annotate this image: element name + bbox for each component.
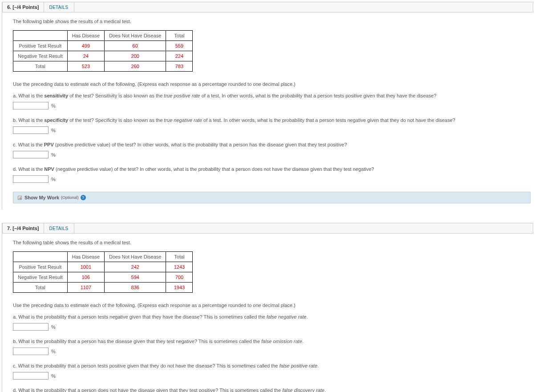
question-6: 6. [–/4 Points] DETAILS The following ta… (2, 2, 533, 210)
answer-a: % (13, 323, 533, 331)
row-label: Positive Test Result (13, 262, 68, 272)
row-label: Positive Test Result (13, 41, 68, 51)
row-label: Negative Test Result (13, 272, 68, 283)
part-term: false omission rate (261, 339, 302, 344)
answer-input-c[interactable] (13, 151, 49, 158)
details-button[interactable]: DETAILS (44, 2, 74, 12)
data-table: Has Disease Does Not Have Disease Total … (13, 30, 193, 72)
unit-label: % (51, 152, 56, 158)
table-header: Does Not Have Disease (105, 252, 166, 262)
help-icon[interactable]: ? (81, 195, 86, 200)
row-label: Total (13, 61, 68, 72)
table-header: Has Disease (67, 31, 104, 41)
cell: 224 (166, 51, 193, 61)
question-7: 7. [–/4 Points] DETAILS The following ta… (2, 223, 533, 392)
part-text: (positive predictive value) of the test?… (54, 142, 347, 147)
answer-input-b[interactable] (13, 126, 49, 134)
part-term: false discovery rate (282, 388, 324, 392)
cell: 594 (105, 272, 166, 283)
table-row: Negative Test Result 24 200 224 (13, 51, 193, 61)
unit-label: % (51, 324, 56, 330)
answer-input-a[interactable] (13, 323, 49, 331)
show-work-label: Show My Work (24, 195, 59, 200)
answer-b: % (13, 126, 533, 134)
part-text: of the test? Specificity is also known a… (68, 117, 164, 123)
answer-a: % (13, 102, 533, 109)
cell: 60 (105, 41, 166, 51)
cell: 260 (105, 61, 166, 72)
part-text: b. What is the (13, 117, 44, 123)
details-button[interactable]: DETAILS (44, 223, 74, 233)
data-table: Has Disease Does Not Have Disease Total … (13, 251, 193, 293)
part-c: c. What is the probability that a person… (13, 363, 533, 368)
part-text: d. What is the probability that a person… (13, 388, 282, 392)
part-text: d. What is the (13, 166, 44, 172)
part-b: b. What is the probability that a person… (13, 339, 533, 344)
cell: 200 (105, 51, 166, 61)
cell: 499 (67, 41, 104, 51)
instruction-text: Use the preceding data to estimate each … (13, 81, 533, 87)
part-b: b. What is the specificity of the test? … (13, 117, 533, 123)
part-text: b. What is the probability that a person… (13, 339, 261, 344)
question-content: The following table shows the results of… (2, 12, 533, 210)
cell: 523 (67, 61, 104, 72)
part-text: c. What is the (13, 142, 44, 147)
part-text: c. What is the probability that a person… (13, 363, 279, 368)
question-header: 6. [–/4 Points] DETAILS (2, 2, 533, 12)
part-term: true positive rate (164, 93, 200, 98)
unit-label: % (51, 103, 56, 109)
table-header: Has Disease (67, 252, 104, 262)
table-header (13, 252, 68, 262)
answer-input-a[interactable] (13, 102, 49, 109)
table-header-row: Has Disease Does Not Have Disease Total (13, 31, 193, 41)
show-work-optional: (Optional) (61, 195, 79, 200)
show-my-work-toggle[interactable]: Show My Work (Optional) ? (13, 192, 531, 203)
cell: 559 (166, 41, 193, 51)
table-header: Total (166, 252, 193, 262)
part-text: a. What is the probability that a person… (13, 314, 267, 319)
answer-c: % (13, 372, 533, 380)
part-term: false negative rate (267, 314, 307, 319)
unit-label: % (51, 373, 56, 379)
row-label: Total (13, 283, 68, 293)
question-points: 7. [–/4 Points] (3, 223, 44, 233)
answer-b: % (13, 348, 533, 355)
cell: 242 (105, 262, 166, 272)
cell: 700 (166, 272, 193, 283)
part-term: false positive rate (279, 363, 317, 368)
table-row: Total 1107 836 1943 (13, 283, 193, 293)
question-content: The following table shows the results of… (2, 234, 533, 392)
table-header (13, 31, 68, 41)
part-text: . (324, 388, 326, 392)
part-a: a. What is the sensitivity of the test? … (13, 93, 533, 98)
part-d: d. What is the probability that a person… (13, 388, 533, 392)
answer-input-d[interactable] (13, 175, 49, 183)
answer-c: % (13, 151, 533, 158)
question-header: 7. [–/4 Points] DETAILS (2, 223, 533, 234)
part-term: true negative rate (164, 117, 202, 123)
table-row: Positive Test Result 1001 242 1243 (13, 262, 193, 272)
answer-input-b[interactable] (13, 348, 49, 355)
answer-input-c[interactable] (13, 372, 49, 380)
points-label: [–/4 Points] (12, 226, 39, 231)
cell: 836 (105, 283, 166, 293)
unit-label: % (51, 177, 56, 182)
cell: 1107 (67, 283, 104, 293)
part-c: c. What is the PPV (positive predictive … (13, 142, 533, 147)
unit-label: % (51, 349, 56, 354)
cell: 783 (166, 61, 193, 72)
cell: 1243 (166, 262, 193, 272)
table-header: Does Not Have Disease (105, 31, 166, 41)
answer-d: % (13, 175, 533, 183)
part-d: d. What is the NPV (negative predictive … (13, 166, 533, 172)
unit-label: % (51, 128, 56, 133)
cell: 24 (67, 51, 104, 61)
part-text: (negative predictive value) of the test?… (54, 166, 374, 172)
table-header-row: Has Disease Does Not Have Disease Total (13, 252, 193, 262)
part-bold: NPV (44, 166, 54, 172)
cell: 106 (67, 272, 104, 283)
table-row: Total 523 260 783 (13, 61, 193, 72)
intro-text: The following table shows the results of… (13, 240, 533, 245)
part-a: a. What is the probability that a person… (13, 314, 533, 319)
part-text: of a test. In other words, what is the p… (200, 93, 437, 98)
